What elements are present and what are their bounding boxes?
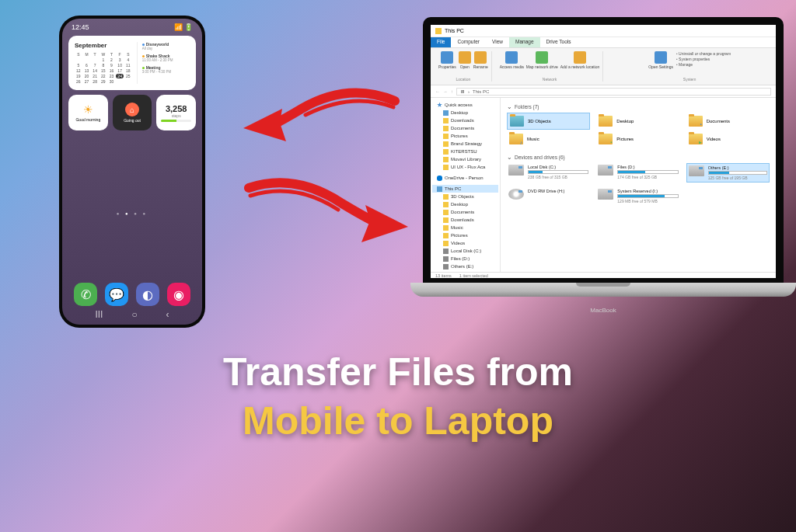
sidebar-uiux[interactable]: UI UX - Flux Aca: [432, 163, 498, 171]
tab-file[interactable]: File: [431, 37, 451, 47]
steps-progress: [161, 120, 191, 122]
sidebar-3d-objects[interactable]: 3D Objects: [432, 193, 498, 200]
nav-up-icon[interactable]: ↑: [451, 89, 453, 94]
drive-d[interactable]: Files (D:) 174 GB free of 325 GB: [596, 163, 679, 183]
folder-desktop[interactable]: Desktop: [596, 113, 679, 130]
headline: Transfer Files from Mobile to Laptop: [0, 348, 796, 445]
laptop-base: [410, 283, 796, 297]
nav-forward-icon[interactable]: →: [443, 89, 448, 94]
sidebar-drive-d[interactable]: Files (D:): [432, 255, 498, 263]
status-icons: 📶🔋: [173, 23, 193, 31]
access-media-button[interactable]: Access media: [500, 51, 524, 69]
open-button[interactable]: Open: [459, 51, 471, 69]
rename-button[interactable]: Rename: [473, 51, 488, 69]
folder-music[interactable]: Music: [507, 131, 590, 147]
sidebar-documents-2[interactable]: Documents: [432, 208, 498, 216]
sidebar-pictures-2[interactable]: Pictures: [432, 231, 498, 239]
map-drive-button[interactable]: Map network drive: [526, 51, 558, 69]
nav-back-icon[interactable]: ←: [435, 89, 440, 94]
drive-i[interactable]: System Reserved (I:) 129 MB free of 579 …: [596, 187, 679, 205]
phone-app-icon[interactable]: ✆: [74, 283, 97, 306]
uninstall-link[interactable]: Uninstall or change a program: [676, 51, 731, 57]
explorer-main-pane: Folders (7) 3D Objects Desktop Documents…: [501, 98, 776, 272]
ribbon-tabs: File Computer View Manage Drive Tools: [431, 37, 776, 48]
sidebar-documents[interactable]: Documents: [432, 124, 498, 132]
calendar-month: September: [75, 42, 132, 49]
page-indicator: ● ● ● ●: [62, 211, 202, 216]
sidebar-music[interactable]: Music: [432, 224, 498, 231]
drive-dvd[interactable]: DVD RW Drive (H:): [507, 187, 590, 205]
phone-status-bar: 12:45 📶🔋: [62, 19, 202, 33]
ribbon-toolbar: Properties Open Rename Location Access m…: [431, 48, 776, 85]
morning-widget[interactable]: ☀ Good morning: [68, 95, 108, 130]
home-icon: ⌂: [125, 103, 139, 116]
going-out-widget[interactable]: ⌂ Going out: [113, 95, 152, 130]
camera-app-icon[interactable]: ◉: [167, 283, 190, 306]
pc-icon: 🖥: [460, 89, 465, 94]
transfer-arrow-left: [239, 85, 410, 155]
folder-videos[interactable]: Videos: [686, 131, 770, 147]
smartphone-mockup: 12:45 📶🔋 September SMTWTFS 1234 56789101…: [59, 16, 205, 328]
status-time: 12:45: [72, 23, 89, 31]
drive-c[interactable]: Local Disk (C:) 238 GB free of 315 GB: [507, 163, 590, 183]
explorer-sidebar: Quick access Desktop Downloads Documents…: [431, 98, 501, 272]
headline-line2: Mobile to Laptop: [0, 397, 796, 446]
sidebar-desktop-2[interactable]: Desktop: [432, 200, 498, 208]
folder-3d-objects[interactable]: 3D Objects: [507, 113, 590, 130]
sidebar-downloads-2[interactable]: Downloads: [432, 216, 498, 224]
calendar-events: DisneyworldAll day Shake Shack11:00 AM -…: [137, 42, 190, 84]
sidebar-kiterstsu[interactable]: KITERSTSU: [432, 148, 498, 155]
sidebar-pictures[interactable]: Pictures: [432, 132, 498, 140]
sidebar-drive-c[interactable]: Local Disk (C:): [432, 247, 498, 255]
sidebar-movavi[interactable]: Movavi Library: [432, 155, 498, 163]
breadcrumb[interactable]: 🖥 › This PC: [456, 88, 771, 96]
laptop-brand-label: MacBook: [590, 307, 616, 314]
file-explorer-window: This PC File Computer View Manage Drive …: [431, 25, 776, 278]
headline-line1: Transfer Files from: [0, 348, 796, 397]
phone-screen: 12:45 📶🔋 September SMTWTFS 1234 56789101…: [62, 19, 202, 325]
sidebar-brand[interactable]: Brand Strategy: [432, 140, 498, 148]
folder-pictures[interactable]: Pictures: [596, 131, 679, 147]
sidebar-quick-access[interactable]: Quick access: [432, 101, 498, 109]
manage-link[interactable]: Manage: [676, 62, 731, 68]
folder-documents[interactable]: Documents: [686, 113, 770, 130]
messages-app-icon[interactable]: 💬: [105, 283, 128, 306]
tab-drive-tools[interactable]: Drive Tools: [540, 37, 578, 47]
add-network-button[interactable]: Add a network location: [560, 51, 600, 69]
window-titlebar: This PC: [431, 25, 776, 37]
laptop-mockup: This PC File Computer View Manage Drive …: [410, 17, 796, 336]
recent-apps-button[interactable]: III: [95, 309, 103, 320]
sun-icon: ☀: [83, 103, 93, 116]
open-settings-button[interactable]: Open Settings: [648, 51, 673, 69]
sidebar-drive-e[interactable]: Others (E:): [432, 263, 498, 270]
sidebar-downloads[interactable]: Downloads: [432, 116, 498, 124]
explorer-icon: [435, 28, 442, 34]
phone-dock: ✆ 💬 ◐ ◉: [62, 283, 202, 306]
address-bar: ← → ↑ 🖥 › This PC: [431, 85, 776, 98]
status-bar: 13 items 1 item selected: [431, 272, 776, 278]
steps-widget[interactable]: 3,258 steps: [156, 95, 196, 130]
calendar-today: 24: [116, 74, 124, 78]
transfer-arrow-right: [233, 172, 412, 258]
home-button[interactable]: ○: [131, 309, 137, 320]
drive-e[interactable]: Others (E:) 125 GB free of 195 GB: [686, 163, 770, 183]
phone-nav-bar: III ○ ‹: [62, 309, 202, 320]
browser-app-icon[interactable]: ◐: [136, 283, 159, 306]
tab-computer[interactable]: Computer: [451, 37, 486, 47]
system-props-link[interactable]: System properties: [676, 57, 731, 62]
back-button[interactable]: ‹: [166, 309, 169, 320]
folders-section-header[interactable]: Folders (7): [507, 101, 770, 113]
calendar-grid: SMTWTFS 1234 567891011 12131415161718 19…: [75, 52, 132, 84]
tab-view[interactable]: View: [486, 37, 509, 47]
devices-section-header[interactable]: Devices and drives (6): [507, 151, 770, 163]
system-links: Uninstall or change a program System pro…: [676, 51, 731, 69]
sidebar-desktop[interactable]: Desktop: [432, 109, 498, 116]
sidebar-onedrive[interactable]: OneDrive - Person: [432, 174, 498, 182]
sidebar-videos[interactable]: Videos: [432, 239, 498, 247]
properties-button[interactable]: Properties: [438, 51, 456, 69]
tab-manage[interactable]: Manage: [509, 37, 540, 47]
calendar-widget[interactable]: September SMTWTFS 1234 567891011 1213141…: [68, 36, 196, 90]
sidebar-this-pc[interactable]: This PC: [432, 185, 498, 193]
